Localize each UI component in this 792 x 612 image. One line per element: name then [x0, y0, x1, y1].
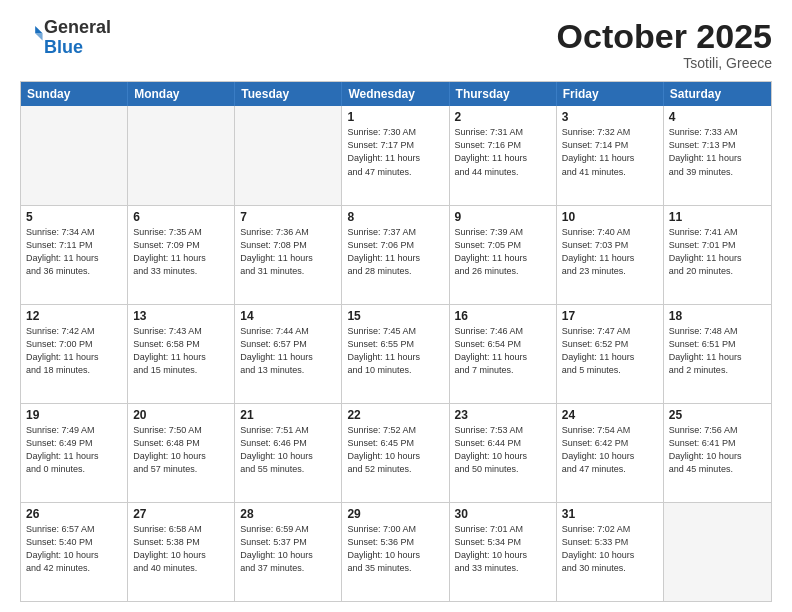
day-cell-20: 20Sunrise: 7:50 AM Sunset: 6:48 PM Dayli…	[128, 404, 235, 502]
day-number: 10	[562, 210, 658, 224]
logo-general-text: General	[44, 17, 111, 37]
header-day-wednesday: Wednesday	[342, 82, 449, 106]
day-number: 12	[26, 309, 122, 323]
day-number: 7	[240, 210, 336, 224]
day-number: 22	[347, 408, 443, 422]
header-day-saturday: Saturday	[664, 82, 771, 106]
day-info: Sunrise: 7:47 AM Sunset: 6:52 PM Dayligh…	[562, 325, 658, 377]
day-number: 21	[240, 408, 336, 422]
location: Tsotili, Greece	[557, 55, 772, 71]
day-number: 14	[240, 309, 336, 323]
day-info: Sunrise: 7:02 AM Sunset: 5:33 PM Dayligh…	[562, 523, 658, 575]
day-number: 6	[133, 210, 229, 224]
day-info: Sunrise: 7:49 AM Sunset: 6:49 PM Dayligh…	[26, 424, 122, 476]
day-info: Sunrise: 7:41 AM Sunset: 7:01 PM Dayligh…	[669, 226, 766, 278]
day-info: Sunrise: 7:32 AM Sunset: 7:14 PM Dayligh…	[562, 126, 658, 178]
calendar-row-1: 5Sunrise: 7:34 AM Sunset: 7:11 PM Daylig…	[21, 205, 771, 304]
day-number: 19	[26, 408, 122, 422]
day-number: 18	[669, 309, 766, 323]
day-info: Sunrise: 6:59 AM Sunset: 5:37 PM Dayligh…	[240, 523, 336, 575]
day-info: Sunrise: 7:50 AM Sunset: 6:48 PM Dayligh…	[133, 424, 229, 476]
header-day-sunday: Sunday	[21, 82, 128, 106]
day-cell-7: 7Sunrise: 7:36 AM Sunset: 7:08 PM Daylig…	[235, 206, 342, 304]
day-cell-15: 15Sunrise: 7:45 AM Sunset: 6:55 PM Dayli…	[342, 305, 449, 403]
day-info: Sunrise: 6:58 AM Sunset: 5:38 PM Dayligh…	[133, 523, 229, 575]
day-cell-3: 3Sunrise: 7:32 AM Sunset: 7:14 PM Daylig…	[557, 106, 664, 204]
day-number: 4	[669, 110, 766, 124]
day-info: Sunrise: 7:46 AM Sunset: 6:54 PM Dayligh…	[455, 325, 551, 377]
svg-marker-0	[35, 26, 42, 33]
day-cell-29: 29Sunrise: 7:00 AM Sunset: 5:36 PM Dayli…	[342, 503, 449, 601]
day-cell-28: 28Sunrise: 6:59 AM Sunset: 5:37 PM Dayli…	[235, 503, 342, 601]
day-info: Sunrise: 7:30 AM Sunset: 7:17 PM Dayligh…	[347, 126, 443, 178]
day-number: 11	[669, 210, 766, 224]
day-info: Sunrise: 7:54 AM Sunset: 6:42 PM Dayligh…	[562, 424, 658, 476]
day-info: Sunrise: 6:57 AM Sunset: 5:40 PM Dayligh…	[26, 523, 122, 575]
day-info: Sunrise: 7:48 AM Sunset: 6:51 PM Dayligh…	[669, 325, 766, 377]
day-info: Sunrise: 7:31 AM Sunset: 7:16 PM Dayligh…	[455, 126, 551, 178]
day-info: Sunrise: 7:01 AM Sunset: 5:34 PM Dayligh…	[455, 523, 551, 575]
month-title: October 2025	[557, 18, 772, 55]
svg-marker-1	[35, 33, 42, 40]
day-number: 2	[455, 110, 551, 124]
day-number: 30	[455, 507, 551, 521]
day-cell-19: 19Sunrise: 7:49 AM Sunset: 6:49 PM Dayli…	[21, 404, 128, 502]
day-number: 8	[347, 210, 443, 224]
day-info: Sunrise: 7:40 AM Sunset: 7:03 PM Dayligh…	[562, 226, 658, 278]
calendar-row-2: 12Sunrise: 7:42 AM Sunset: 7:00 PM Dayli…	[21, 304, 771, 403]
day-cell-26: 26Sunrise: 6:57 AM Sunset: 5:40 PM Dayli…	[21, 503, 128, 601]
day-info: Sunrise: 7:00 AM Sunset: 5:36 PM Dayligh…	[347, 523, 443, 575]
header-day-thursday: Thursday	[450, 82, 557, 106]
day-info: Sunrise: 7:53 AM Sunset: 6:44 PM Dayligh…	[455, 424, 551, 476]
day-number: 24	[562, 408, 658, 422]
day-cell-22: 22Sunrise: 7:52 AM Sunset: 6:45 PM Dayli…	[342, 404, 449, 502]
day-info: Sunrise: 7:44 AM Sunset: 6:57 PM Dayligh…	[240, 325, 336, 377]
day-cell-8: 8Sunrise: 7:37 AM Sunset: 7:06 PM Daylig…	[342, 206, 449, 304]
day-info: Sunrise: 7:37 AM Sunset: 7:06 PM Dayligh…	[347, 226, 443, 278]
day-cell-11: 11Sunrise: 7:41 AM Sunset: 7:01 PM Dayli…	[664, 206, 771, 304]
header: General Blue October 2025 Tsotili, Greec…	[20, 18, 772, 71]
day-cell-6: 6Sunrise: 7:35 AM Sunset: 7:09 PM Daylig…	[128, 206, 235, 304]
day-cell-18: 18Sunrise: 7:48 AM Sunset: 6:51 PM Dayli…	[664, 305, 771, 403]
day-cell-12: 12Sunrise: 7:42 AM Sunset: 7:00 PM Dayli…	[21, 305, 128, 403]
empty-cell	[21, 106, 128, 204]
day-cell-21: 21Sunrise: 7:51 AM Sunset: 6:46 PM Dayli…	[235, 404, 342, 502]
logo-blue-text: Blue	[44, 37, 83, 57]
day-number: 9	[455, 210, 551, 224]
day-cell-23: 23Sunrise: 7:53 AM Sunset: 6:44 PM Dayli…	[450, 404, 557, 502]
day-cell-31: 31Sunrise: 7:02 AM Sunset: 5:33 PM Dayli…	[557, 503, 664, 601]
day-number: 31	[562, 507, 658, 521]
day-cell-27: 27Sunrise: 6:58 AM Sunset: 5:38 PM Dayli…	[128, 503, 235, 601]
day-number: 3	[562, 110, 658, 124]
day-cell-2: 2Sunrise: 7:31 AM Sunset: 7:16 PM Daylig…	[450, 106, 557, 204]
day-cell-25: 25Sunrise: 7:56 AM Sunset: 6:41 PM Dayli…	[664, 404, 771, 502]
header-day-tuesday: Tuesday	[235, 82, 342, 106]
day-cell-10: 10Sunrise: 7:40 AM Sunset: 7:03 PM Dayli…	[557, 206, 664, 304]
day-number: 26	[26, 507, 122, 521]
day-cell-5: 5Sunrise: 7:34 AM Sunset: 7:11 PM Daylig…	[21, 206, 128, 304]
day-number: 1	[347, 110, 443, 124]
day-info: Sunrise: 7:39 AM Sunset: 7:05 PM Dayligh…	[455, 226, 551, 278]
title-block: October 2025 Tsotili, Greece	[557, 18, 772, 71]
day-number: 5	[26, 210, 122, 224]
day-cell-30: 30Sunrise: 7:01 AM Sunset: 5:34 PM Dayli…	[450, 503, 557, 601]
day-info: Sunrise: 7:56 AM Sunset: 6:41 PM Dayligh…	[669, 424, 766, 476]
empty-cell	[128, 106, 235, 204]
day-cell-17: 17Sunrise: 7:47 AM Sunset: 6:52 PM Dayli…	[557, 305, 664, 403]
day-number: 15	[347, 309, 443, 323]
calendar-row-0: 1Sunrise: 7:30 AM Sunset: 7:17 PM Daylig…	[21, 106, 771, 204]
page: General Blue October 2025 Tsotili, Greec…	[0, 0, 792, 612]
day-number: 17	[562, 309, 658, 323]
day-info: Sunrise: 7:34 AM Sunset: 7:11 PM Dayligh…	[26, 226, 122, 278]
day-info: Sunrise: 7:42 AM Sunset: 7:00 PM Dayligh…	[26, 325, 122, 377]
calendar-body: 1Sunrise: 7:30 AM Sunset: 7:17 PM Daylig…	[21, 106, 771, 601]
day-cell-1: 1Sunrise: 7:30 AM Sunset: 7:17 PM Daylig…	[342, 106, 449, 204]
day-number: 28	[240, 507, 336, 521]
day-info: Sunrise: 7:52 AM Sunset: 6:45 PM Dayligh…	[347, 424, 443, 476]
day-number: 16	[455, 309, 551, 323]
calendar: SundayMondayTuesdayWednesdayThursdayFrid…	[20, 81, 772, 602]
header-day-monday: Monday	[128, 82, 235, 106]
empty-cell	[235, 106, 342, 204]
day-cell-13: 13Sunrise: 7:43 AM Sunset: 6:58 PM Dayli…	[128, 305, 235, 403]
day-number: 27	[133, 507, 229, 521]
